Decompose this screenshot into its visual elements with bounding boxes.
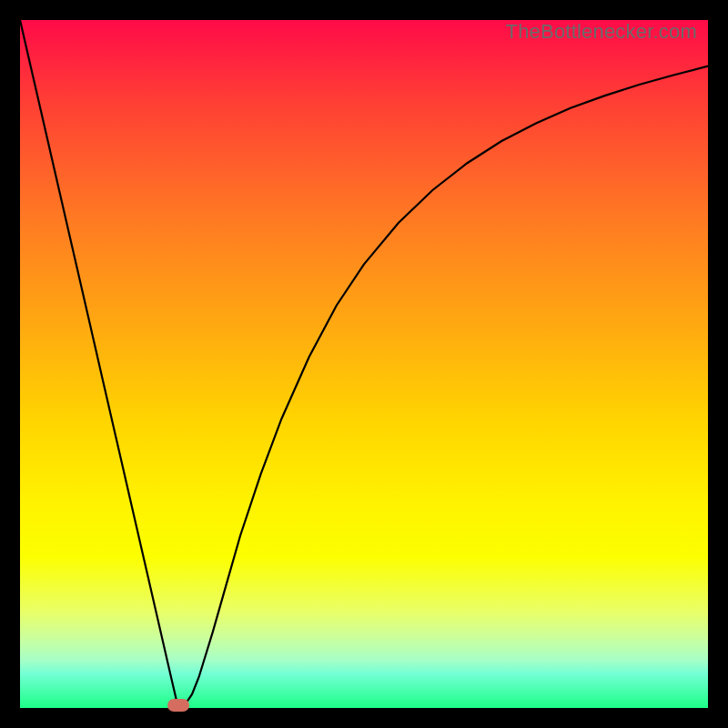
- minimum-marker: [167, 699, 189, 712]
- plot-area: TheBottlenecker.com: [20, 20, 708, 708]
- chart-frame: TheBottlenecker.com: [0, 0, 728, 728]
- bottleneck-curve: [20, 20, 708, 708]
